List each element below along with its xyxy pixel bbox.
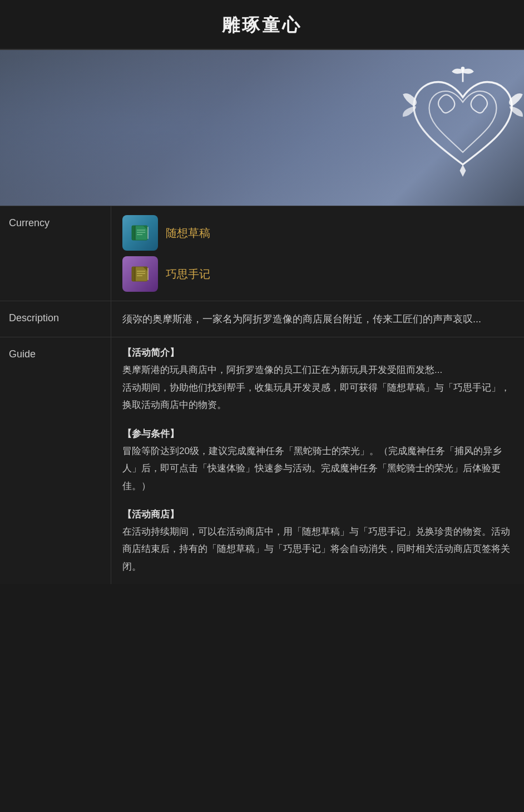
currency-item-1: 随想草稿 [122, 215, 513, 251]
svg-rect-3 [132, 226, 135, 240]
description-text: 须弥的奥摩斯港，一家名为阿折罗造像的商店展台附近，传来工匠们的声声哀叹... [122, 310, 513, 328]
page-title: 雕琢童心 [0, 0, 524, 49]
book-icon-2 [128, 262, 152, 286]
guide-section-2: 【活动商店】在活动持续期间，可以在活动商店中，用「随想草稿」与「巧思手记」兑换珍… [122, 508, 513, 575]
svg-rect-13 [147, 268, 149, 280]
guide-section-body-2: 在活动持续期间，可以在活动商店中，用「随想草稿」与「巧思手记」兑换珍贵的物资。活… [122, 523, 513, 575]
guide-section-title-1: 【参与条件】 [122, 427, 513, 440]
guide-section-body-1: 冒险等阶达到20级，建议完成魔神任务「黑蛇骑士的荣光」。（完成魔神任务「捕风的异… [122, 442, 513, 495]
currency-name-2: 巧思手记 [166, 267, 210, 282]
currency-item-2: 巧思手记 [122, 256, 513, 292]
currency-row: Currency 随想草稿 [0, 206, 524, 301]
guide-row: Guide 【活动简介】奥摩斯港的玩具商店中，阿折罗造像的员工们正在为新玩具开发… [0, 337, 524, 584]
guide-section-title-0: 【活动简介】 [122, 346, 513, 359]
svg-rect-5 [147, 227, 149, 239]
guide-section-body-0: 奥摩斯港的玩具商店中，阿折罗造像的员工们正在为新玩具开发受阻而发愁...活动期间… [122, 361, 513, 414]
currency-label: Currency [0, 206, 111, 301]
guide-content: 【活动简介】奥摩斯港的玩具商店中，阿折罗造像的员工们正在为新玩具开发受阻而发愁.… [111, 337, 524, 584]
banner-overlay [0, 50, 524, 206]
guide-section-title-2: 【活动商店】 [122, 508, 513, 521]
currency-icon-2 [122, 256, 158, 292]
event-banner [0, 50, 524, 206]
description-content: 须弥的奥摩斯港，一家名为阿折罗造像的商店展台附近，传来工匠们的声声哀叹... [111, 301, 524, 337]
guide-label: Guide [0, 337, 111, 584]
svg-rect-11 [132, 267, 135, 281]
guide-section-0: 【活动简介】奥摩斯港的玩具商店中，阿折罗造像的员工们正在为新玩具开发受阻而发愁.… [122, 346, 513, 414]
description-row: Description 须弥的奥摩斯港，一家名为阿折罗造像的商店展台附近，传来工… [0, 301, 524, 337]
guide-section-1: 【参与条件】冒险等阶达到20级，建议完成魔神任务「黑蛇骑士的荣光」。（完成魔神任… [122, 427, 513, 495]
currency-icon-1 [122, 215, 158, 251]
description-label: Description [0, 301, 111, 337]
book-icon-1 [128, 221, 152, 245]
guide-sections: 【活动简介】奥摩斯港的玩具商店中，阿折罗造像的员工们正在为新玩具开发受阻而发愁.… [122, 346, 513, 575]
currency-name-1: 随想草稿 [166, 226, 210, 241]
currency-content: 随想草稿 巧思手记 [111, 206, 524, 301]
